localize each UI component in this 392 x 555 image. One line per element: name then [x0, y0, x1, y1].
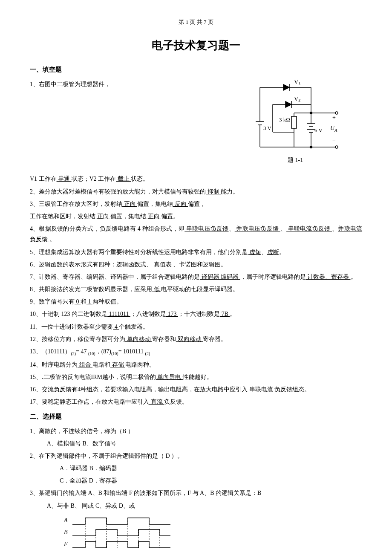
circuit-ua: UA [330, 125, 337, 133]
mc3-opts: A、与非 B、 同或 C、异或 D、或 [30, 500, 362, 511]
q17: 17、要稳定静态工作点，在放大电路中应引入 直流 负反馈。 [30, 396, 362, 407]
svg-rect-12 [291, 116, 297, 128]
q1-line2: V1 工作在 导通 状态；V2 工作在 截止 状态。 [30, 173, 362, 184]
circuit-diagram: V₁ V₂ 3 kΩ 3 V 6 V + UA − 题 1-1 [247, 79, 345, 168]
mc2-opts2: C．全加器 D．寄存器 [30, 475, 362, 486]
circuit-v1-label: V₁ [294, 79, 301, 85]
page-header: 第 1 页 共 7 页 [30, 17, 362, 27]
mc1-q: 1、离散的，不连续的信号，称为（B ） [30, 426, 362, 436]
document-title: 电子技术复习题一 [30, 35, 362, 55]
circuit-src1-label: 3 V [263, 125, 272, 131]
q13: 13、（101111）(2)= 47 (10)，(87)(10)= 101011… [30, 346, 362, 358]
svg-point-28 [335, 146, 338, 148]
circuit-plus: + [332, 114, 336, 121]
q7: 7、计数器、寄存器、编码器、译码器中，属于组合逻辑电路的是 译码器 编码器 ，属… [30, 272, 362, 282]
mc2-q: 2、在下列逻辑部件中，不属于组合逻辑部件的是（ D ）。 [30, 451, 362, 461]
circuit-r-label: 3 kΩ [279, 116, 290, 123]
q10: 10、十进制 123 的二进制数是 1111011 ；八进制数是 173 ；十六… [30, 309, 362, 319]
wave-label-a: A [63, 517, 68, 523]
mc2-opts1: A．译码器 B．编码器 [30, 463, 362, 474]
wave-label-b: B [64, 529, 68, 535]
mc3-q: 3、某逻辑门的输入端 A、B 和输出端 F 的波形如下图所示，F 与 A、B 的… [30, 488, 362, 498]
q12: 12、按移位方向，移位寄存器可分为 单向移动 寄存器和 双向移动 寄存器。 [30, 334, 362, 344]
section-2-heading: 二、选择题 [30, 411, 362, 422]
section-1-heading: 一、填空题 [30, 64, 362, 75]
circuit-v2-label: V₂ [294, 96, 301, 102]
circuit-caption: 题 1-1 [288, 157, 303, 163]
q3-line2: 工作在饱和区时，发射结 正向 偏置，集电结 正向 偏置。 [30, 211, 362, 222]
q11: 11、一位十进制计数器至少需要 4 个触发器。 [30, 321, 362, 332]
q2: 2、差分放大器对差模信号有较强的放大能力，对共模信号有较强的 抑制 能力。 [30, 186, 362, 197]
svg-marker-5 [285, 101, 291, 107]
svg-marker-1 [283, 84, 289, 90]
mc1-opts: A、模拟信号 B、数字信号 [30, 438, 362, 449]
q6: 6、逻辑函数的表示形式有四种：逻辑函数式、 真值表 、卡诺图和逻辑图。 [30, 259, 362, 270]
q4: 4、根据反馈的分类方式，负反馈电路有 4 种组合形式，即 串联电压负反馈、 并联… [30, 223, 362, 245]
waveform-diagram: A B F [60, 514, 362, 555]
q16: 16、交流负反馈有4种组态，若要求输入电阻高，输出电阻高，在放大电路中应引入 串… [30, 384, 362, 395]
q9: 9、数字信号只有 0 和 1 两种取值。 [30, 296, 362, 307]
q15: 15、.二极管的反向电流IRM越小，说明二极管的 单向导电 性能越好。 [30, 372, 362, 382]
q5: 5、理想集成运算放大器有两个重要特性对分析线性运用电路非常有用，他们分别是 虚短… [30, 247, 362, 257]
circuit-src2-label: 6 V [314, 127, 323, 133]
circuit-minus: − [332, 138, 336, 144]
q3-line1: 3、三级管工作在放大区时，发射结 正向 偏置，集电结 反向 偏置， [30, 199, 362, 209]
wave-label-f: F [63, 541, 68, 547]
q14: 14、时序电路分为 组合 电路和 存储 电路两种。 [30, 359, 362, 370]
svg-point-29 [310, 146, 312, 148]
q8: 8、共阳接法的发光二极管数码显示器，应采用 低 电平驱动的七段显示译码器。 [30, 284, 362, 295]
